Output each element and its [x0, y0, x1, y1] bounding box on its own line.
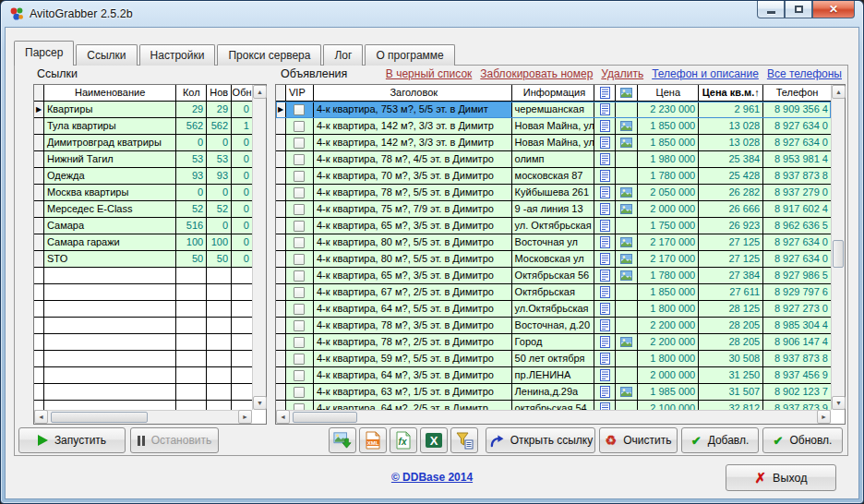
vip-checkbox[interactable]	[294, 387, 305, 398]
document-icon[interactable]	[594, 234, 616, 251]
scrollbar-thumb[interactable]	[833, 240, 844, 268]
ads-table-row[interactable]: ▶4-к квартира, 753 м?, 5/5 эт. в Димитче…	[276, 102, 831, 118]
column-header-nov[interactable]: Нов	[207, 85, 232, 102]
tab-3[interactable]: Настройки	[139, 44, 216, 66]
tab-1[interactable]: Парсер	[14, 41, 74, 66]
scroll-left-icon[interactable]: ◄	[276, 410, 290, 424]
image-icon[interactable]	[616, 384, 638, 401]
image-icon[interactable]	[616, 268, 638, 284]
vip-checkbox[interactable]	[294, 204, 305, 215]
ads-grid-vscrollbar[interactable]: ▲ ▼	[831, 85, 845, 410]
column-header-info[interactable]: Информация	[512, 85, 595, 102]
links-table-row[interactable]: Одежда93930	[34, 168, 252, 185]
vip-checkbox[interactable]	[294, 337, 305, 348]
vip-checkbox[interactable]	[294, 154, 305, 165]
scroll-right-icon[interactable]: ►	[238, 410, 252, 424]
copyright-link[interactable]: © DDBase 2014	[391, 471, 473, 484]
document-icon[interactable]	[594, 185, 616, 201]
ads-table-row[interactable]: 4-к квартира, 64 м?, 5/5 эт. в Димитроул…	[276, 301, 831, 318]
links-table-row[interactable]: Димитровград кватриры000	[34, 135, 252, 151]
scroll-up-icon[interactable]: ▲	[832, 85, 846, 99]
vip-checkbox[interactable]	[294, 370, 305, 381]
column-header-vip[interactable]: VIP	[286, 85, 314, 102]
ads-table-row[interactable]: 4-к квартира, 67 м?, 2/5 эт. в ДимитроОк…	[276, 284, 831, 301]
column-header-sqm[interactable]: Цена кв.м.↑	[699, 85, 763, 102]
scroll-up-icon[interactable]: ▲	[253, 85, 267, 99]
stop-button[interactable]: Остановить	[130, 427, 219, 453]
document-icon[interactable]	[594, 118, 616, 135]
vip-checkbox[interactable]	[294, 221, 305, 232]
document-icon[interactable]	[594, 401, 616, 410]
start-button[interactable]: Запустить	[18, 427, 126, 453]
minimize-button[interactable]	[757, 1, 785, 18]
ads-grid-hscrollbar[interactable]: ◄ ►	[276, 410, 831, 424]
ads-table-row[interactable]: 4-к квартира, 63 м?, 1/5 эт. в ДимитроЛе…	[276, 384, 831, 401]
ads-table-row[interactable]: 4-к квартира, 80 м?, 5/5 эт. в ДимитроМо…	[276, 251, 831, 268]
document-icon[interactable]	[594, 168, 616, 185]
scroll-down-icon[interactable]: ▼	[832, 396, 846, 410]
update-button[interactable]: ✔ Обновл.	[762, 427, 843, 453]
ads-table-row[interactable]: 4-к квартира, 142 м?, 3/3 эт. в ДимитрНо…	[276, 135, 831, 151]
document-icon[interactable]	[594, 284, 616, 301]
vip-checkbox[interactable]	[294, 104, 305, 115]
document-icon[interactable]	[594, 102, 616, 118]
vip-checkbox[interactable]	[294, 304, 305, 315]
add-button[interactable]: ✔ Добавл.	[681, 427, 759, 453]
scroll-right-icon[interactable]: ►	[817, 410, 831, 424]
document-icon[interactable]	[594, 151, 616, 168]
excel-function-export-button[interactable]: fx	[390, 427, 417, 453]
column-header-obn[interactable]: Обн	[232, 85, 252, 102]
image-icon[interactable]	[616, 118, 638, 135]
column-header-price[interactable]: Цена	[638, 85, 699, 102]
document-icon[interactable]	[594, 384, 616, 401]
links-table-row[interactable]: Самара гаражи1001000	[34, 234, 252, 251]
ads-table-row[interactable]: 4-к квартира, 78 м?, 3/5 эт. в ДимитроВо…	[276, 318, 831, 334]
vip-checkbox[interactable]	[294, 138, 305, 149]
vip-checkbox[interactable]	[294, 320, 305, 331]
vip-checkbox[interactable]	[294, 237, 305, 248]
links-grid-vscrollbar[interactable]: ▲ ▼	[252, 85, 266, 410]
links-table-row[interactable]: Тула квартиры5625621	[34, 118, 252, 135]
vip-checkbox[interactable]	[294, 171, 305, 182]
document-icon[interactable]	[594, 318, 616, 334]
document-icon[interactable]	[594, 334, 616, 351]
links-table-row[interactable]: Нижний Тагил53530	[34, 151, 252, 168]
ads-table-row[interactable]: 4-к квартира, 78 м?, 5/5 эт. в ДимитроКу…	[276, 185, 831, 201]
ads-table-row[interactable]: 4-к квартира, 59 м?, 5/5 эт. в Димитро50…	[276, 351, 831, 367]
document-icon[interactable]	[594, 301, 616, 318]
image-icon[interactable]	[616, 234, 638, 251]
restore-button[interactable]	[785, 1, 812, 18]
close-button[interactable]: ✕	[812, 1, 855, 18]
document-icon[interactable]	[594, 351, 616, 367]
column-header-img image-icon[interactable]	[616, 85, 638, 102]
document-icon[interactable]	[594, 268, 616, 284]
image-icon[interactable]	[616, 201, 638, 218]
links-table-row[interactable]: Москва квартиры000	[34, 185, 252, 201]
document-icon[interactable]	[594, 201, 616, 218]
image-download-button[interactable]	[329, 427, 356, 453]
ads-table-row[interactable]: 4-к квартира, 65 м?, 3/5 эт. в ДимитроОк…	[276, 268, 831, 284]
action-link-red-3[interactable]: Удалить	[601, 67, 643, 80]
xml-export-button[interactable]: XML	[359, 427, 387, 453]
column-header-kol[interactable]: Кол	[176, 85, 207, 102]
ads-table-row[interactable]: 4-к квартира, 80 м?, 5/5 эт. в ДимитроВо…	[276, 234, 831, 251]
column-header-title[interactable]: Заголовок	[314, 85, 512, 102]
vip-checkbox[interactable]	[294, 403, 305, 411]
ads-table-row[interactable]: 4-к квартира, 70 м?, 3/5 эт. в Димитромо…	[276, 168, 831, 185]
links-table-row[interactable]: ▶Квартиры29290	[34, 102, 252, 118]
vip-checkbox[interactable]	[294, 121, 305, 132]
vip-checkbox[interactable]	[294, 254, 305, 265]
vip-checkbox[interactable]	[294, 354, 305, 365]
document-icon[interactable]	[594, 218, 616, 234]
document-icon[interactable]	[594, 367, 616, 384]
action-link-red-2[interactable]: Заблокировать номер	[480, 67, 593, 80]
tab-6[interactable]: О программе	[365, 44, 454, 66]
scroll-down-icon[interactable]: ▼	[253, 396, 267, 410]
links-table-row[interactable]: Мерседес E-Class52520	[34, 201, 252, 218]
action-link-blue-2[interactable]: Все телефоны	[767, 67, 842, 80]
excel-export-button[interactable]: X	[420, 427, 448, 453]
image-icon[interactable]	[616, 135, 638, 151]
links-table-row[interactable]: STO50500	[34, 251, 252, 268]
column-header-doc document-icon[interactable]	[594, 85, 616, 102]
ads-table-row[interactable]: 4-к квартира, 78 м?, 4/5 эт. в Димитроол…	[276, 151, 831, 168]
